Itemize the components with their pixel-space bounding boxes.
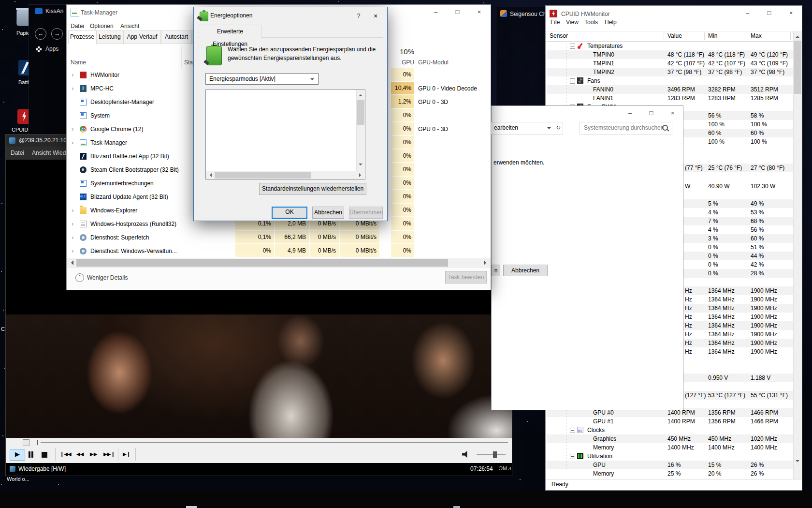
apps-label[interactable]: Apps <box>45 45 58 52</box>
expand-arrow-icon[interactable]: › <box>72 85 73 92</box>
settings-tree[interactable]: Fenster für die autonome Prozessoraktivi… <box>205 90 365 179</box>
volume-track[interactable] <box>477 454 506 455</box>
back-icon[interactable]: ← <box>35 28 46 40</box>
expand-arrow-icon[interactable]: › <box>72 71 73 78</box>
address-breadcrumb[interactable]: earbeiten ↻ <box>491 122 563 134</box>
menu-optionen[interactable]: Optionen <box>90 23 114 30</box>
sensor-row[interactable]: Fans <box>547 76 794 85</box>
tab-erweiterte-einstellungen[interactable]: Erweiterte Einstellungen <box>199 25 261 38</box>
sensor-table-header[interactable]: Sensor Value Min Max <box>546 31 794 42</box>
tm-scroll-thumb[interactable] <box>76 259 448 267</box>
volume-icon[interactable] <box>462 451 470 458</box>
sensor-row[interactable]: Utilization <box>547 452 794 461</box>
close-button[interactable]: × <box>662 106 683 120</box>
sensor-row[interactable]: TMPIN048 °C (118 °F)48 °C (118 °F)49 °C … <box>547 50 794 59</box>
tree-hscroll-thumb[interactable] <box>215 172 311 179</box>
sensor-row[interactable]: Temperatures <box>547 42 794 50</box>
maximize-button[interactable]: □ <box>447 5 468 19</box>
chevron-down-icon[interactable] <box>547 127 551 131</box>
power-plan-select[interactable]: Energiesparmodus [Aktiv] <box>205 73 319 85</box>
seek-bar[interactable] <box>6 438 512 447</box>
tree-vscroll-thumb[interactable] <box>357 100 364 125</box>
menu-datei[interactable]: Datei <box>71 23 84 30</box>
frame-step-button[interactable]: ▶❙ <box>123 449 130 460</box>
menu-file[interactable]: File <box>551 19 560 26</box>
sensor-row[interactable]: FANIN03496 RPM3282 RPM3512 RPM <box>547 85 794 94</box>
fast-forward-button[interactable]: ▶▶ <box>90 449 97 460</box>
hw-scrollbar[interactable] <box>793 31 802 479</box>
tree-hscrollbar[interactable] <box>206 171 365 179</box>
tree-vscrollbar[interactable] <box>356 90 365 171</box>
menu-ansicht[interactable]: Ansicht <box>32 149 51 156</box>
collapse-icon[interactable] <box>570 428 575 433</box>
tab-autostart[interactable]: Autostart <box>161 30 192 44</box>
tm-horizontal-scrollbar[interactable] <box>67 258 491 267</box>
col-max[interactable]: Max <box>751 32 762 39</box>
stop-button[interactable] <box>42 449 47 460</box>
taskbar-icon-sliver[interactable] <box>186 506 197 508</box>
save-changes-button-clipped[interactable]: n <box>492 265 500 276</box>
collapse-icon[interactable] <box>570 454 575 459</box>
tab-leistung[interactable]: Leistung <box>96 30 123 44</box>
sensor-row[interactable]: GPU #11400 RPM1356 RPM1466 RPM <box>547 417 794 426</box>
hw-scroll-thumb[interactable] <box>794 41 801 94</box>
apply-button[interactable]: Übernehmen <box>349 207 383 219</box>
volume-handle[interactable] <box>493 451 497 458</box>
column-gpu-module[interactable]: GPU-Modul <box>418 59 449 66</box>
scroll-down-icon[interactable] <box>796 460 799 464</box>
end-task-button[interactable]: Task beenden <box>445 271 487 284</box>
ok-button[interactable]: OK <box>272 207 307 219</box>
cancel-button[interactable]: Abbrechen <box>312 207 344 219</box>
menu-view[interactable]: View <box>566 19 579 26</box>
restore-defaults-button[interactable]: Standardeinstellungen wiederherstellen <box>259 183 366 195</box>
refresh-icon[interactable]: ↻ <box>556 122 561 133</box>
sensor-row[interactable]: Graphics450 MHz450 MHz1020 MHz <box>547 434 794 443</box>
sensor-row[interactable]: GPU16 %15 %26 % <box>547 461 794 469</box>
search-icon[interactable] <box>662 125 668 131</box>
pause-button[interactable] <box>28 449 34 460</box>
expand-arrow-icon[interactable]: › <box>72 125 73 133</box>
column-name[interactable]: Name <box>71 59 86 66</box>
close-icon[interactable]: × <box>369 11 382 21</box>
expand-arrow-icon[interactable]: › <box>72 220 73 227</box>
maximize-button[interactable]: □ <box>758 6 780 20</box>
maximize-button[interactable]: □ <box>640 106 662 120</box>
menu-datei[interactable]: Datei <box>11 149 24 156</box>
cancel-button[interactable]: Abbrechen <box>503 265 548 276</box>
help-icon[interactable]: ? <box>353 11 364 21</box>
search-input[interactable]: Systemsteuerung durchsuchen <box>580 122 672 134</box>
skip-forward-button[interactable]: ▶▶❙ <box>103 449 115 460</box>
expand-arrow-icon[interactable]: › <box>72 234 73 241</box>
expand-arrow-icon[interactable]: › <box>72 139 73 146</box>
close-button[interactable]: × <box>468 5 490 19</box>
taskbar[interactable] <box>0 491 812 508</box>
collapse-icon[interactable] <box>570 44 575 49</box>
sensor-row[interactable]: Clocks <box>547 426 794 434</box>
expand-arrow-icon[interactable]: › <box>72 247 73 254</box>
rewind-button[interactable]: ◀◀ <box>76 449 84 460</box>
desktop-icon-label[interactable]: World o... <box>7 476 29 482</box>
seek-handle-icon[interactable] <box>23 439 29 446</box>
scroll-up-icon[interactable] <box>796 34 799 38</box>
expand-arrow-icon[interactable]: › <box>72 207 73 214</box>
skip-back-button[interactable]: ❙◀◀ <box>60 449 72 460</box>
chevron-up-icon[interactable]: ⌃ <box>75 273 84 282</box>
sensor-row[interactable]: FANIN11283 RPM1283 RPM1285 RPM <box>547 94 794 103</box>
scroll-right-icon[interactable] <box>484 260 489 265</box>
process-row[interactable]: ›Diensthost: Windows-Verwaltun...0%4,9 M… <box>67 244 491 258</box>
minimize-button[interactable]: – <box>737 6 758 20</box>
menu-help[interactable]: Help <box>605 19 617 26</box>
seek-track[interactable] <box>41 442 508 443</box>
menu-tools[interactable]: Tools <box>584 19 598 26</box>
minimize-button[interactable]: – <box>425 5 447 19</box>
close-button[interactable]: × <box>780 6 802 20</box>
col-sensor[interactable]: Sensor <box>550 32 568 39</box>
forward-icon[interactable]: → <box>51 28 63 40</box>
scroll-left-icon[interactable] <box>69 260 73 265</box>
sensor-row[interactable]: TMPIN237 °C (98 °F)37 °C (98 °F)37 °C (9… <box>547 68 794 76</box>
process-row[interactable]: ›Diensthost: Superfetch0,1%66,2 MB0 MB/s… <box>67 231 491 244</box>
details-toggle[interactable]: Weniger Details <box>87 274 128 281</box>
col-min[interactable]: Min <box>708 32 717 39</box>
minimize-button[interactable]: – <box>619 106 641 120</box>
collapse-icon[interactable] <box>570 78 575 84</box>
